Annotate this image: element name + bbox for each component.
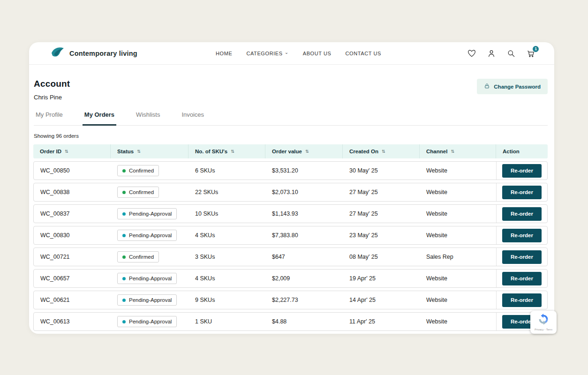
- created-on-cell: 23 May' 25: [343, 232, 420, 239]
- action-cell: Re-order: [496, 248, 547, 266]
- nav-home-label: HOME: [216, 51, 232, 56]
- nav-item-contact-us[interactable]: CONTACT US: [346, 51, 382, 56]
- tab-my-orders[interactable]: My Orders: [83, 111, 116, 126]
- status-header-label: Status: [117, 149, 134, 154]
- order-id-cell: WC_00850: [34, 167, 111, 174]
- channel-cell: Website: [420, 210, 496, 217]
- nav-contact-label: CONTACT US: [346, 51, 382, 56]
- channel-cell: Website: [420, 232, 496, 239]
- status-cell: Confirmed: [111, 187, 188, 198]
- action-cell: Re-order: [496, 205, 547, 223]
- status-label: Pending-Approval: [129, 297, 172, 303]
- column-header-status: Status ⇅: [110, 144, 188, 158]
- reorder-button[interactable]: Re-order: [502, 293, 542, 307]
- column-header-channel: Channel ⇅: [419, 144, 496, 158]
- recaptcha-caption[interactable]: Privacy - Term: [535, 328, 552, 331]
- status-badge: Pending-Approval: [117, 316, 177, 327]
- page-title: Account: [34, 79, 70, 89]
- sort-icon[interactable]: ⇅: [231, 149, 234, 154]
- tab-invoices[interactable]: Invoices: [180, 111, 206, 126]
- skus-cell: 6 SKUs: [188, 167, 265, 174]
- top-navigation-bar: Contemporary living HOME CATEGORIES ⌄ AB…: [29, 42, 554, 65]
- column-header-skus: No. of SKU's ⇅: [188, 144, 265, 158]
- sort-icon[interactable]: ⇅: [65, 149, 68, 154]
- nav-about-label: ABOUT US: [303, 51, 332, 56]
- brand[interactable]: Contemporary living: [51, 46, 137, 60]
- account-person-icon[interactable]: [487, 49, 496, 58]
- nav-item-categories[interactable]: CATEGORIES ⌄: [246, 51, 288, 56]
- order-id-cell: WC_00721: [34, 254, 111, 260]
- channel-cell: Website: [420, 189, 496, 195]
- lock-icon: [484, 83, 490, 90]
- order-value-cell: $1,143.93: [265, 210, 343, 217]
- tab-wishlists[interactable]: Wishlists: [134, 111, 162, 126]
- order-value-cell: $2,009: [265, 275, 343, 282]
- order-value-header-label: Order value: [272, 149, 302, 154]
- nav-item-home[interactable]: HOME: [216, 51, 232, 56]
- order-value-cell: $7,383.80: [265, 232, 343, 239]
- orders-table-header: Order ID ⇅ Status ⇅ No. of SKU's ⇅ Order…: [33, 144, 548, 158]
- order-id-header-label: Order ID: [40, 149, 61, 154]
- sort-icon[interactable]: ⇅: [305, 149, 309, 154]
- status-label: Pending-Approval: [129, 211, 172, 217]
- action-cell: Re-order: [496, 226, 547, 244]
- order-value-cell: $4.88: [265, 318, 343, 325]
- table-row: WC_00621 Pending-Approval 9 SKUs $2,227.…: [33, 291, 548, 309]
- status-cell: Pending-Approval: [111, 316, 188, 327]
- nav-item-about-us[interactable]: ABOUT US: [303, 51, 332, 56]
- nav-categories-label: CATEGORIES: [246, 51, 282, 56]
- status-dot-icon: [122, 191, 126, 194]
- status-label: Pending-Approval: [129, 319, 172, 324]
- channel-cell: Website: [420, 167, 496, 174]
- table-row: WC_00838 Confirmed 22 SKUs $2,073.10 27 …: [33, 183, 548, 202]
- table-row: WC_00830 Pending-Approval 4 SKUs $7,383.…: [33, 226, 548, 245]
- channel-cell: Website: [420, 318, 496, 325]
- created-on-cell: 19 Apr' 25: [343, 275, 420, 282]
- skus-cell: 3 SKUs: [188, 254, 265, 260]
- change-password-button[interactable]: Change Password: [477, 79, 548, 94]
- action-header-label: Action: [503, 149, 520, 154]
- reorder-button[interactable]: Re-order: [502, 250, 542, 264]
- channel-cell: Website: [420, 275, 496, 282]
- tab-my-profile[interactable]: My Profile: [34, 111, 65, 126]
- order-id-cell: WC_00838: [34, 189, 111, 195]
- status-badge: Confirmed: [117, 165, 159, 176]
- sort-icon[interactable]: ⇅: [137, 149, 141, 154]
- reorder-button[interactable]: Re-order: [502, 229, 542, 242]
- cart-icon[interactable]: 1: [526, 49, 535, 58]
- status-dot-icon: [122, 255, 126, 259]
- recaptcha-badge[interactable]: Privacy - Term: [530, 311, 557, 334]
- skus-header-label: No. of SKU's: [195, 149, 227, 154]
- created-on-cell: 11 Apr' 25: [343, 318, 420, 325]
- status-cell: Confirmed: [111, 251, 188, 262]
- wishlist-heart-icon[interactable]: [467, 49, 476, 58]
- table-row: WC_00721 Confirmed 3 SKUs $647 08 May' 2…: [33, 248, 548, 266]
- status-label: Pending-Approval: [129, 276, 172, 281]
- search-icon[interactable]: [506, 49, 516, 58]
- reorder-button[interactable]: Re-order: [502, 164, 542, 178]
- status-cell: Confirmed: [111, 165, 188, 176]
- orders-table: Order ID ⇅ Status ⇅ No. of SKU's ⇅ Order…: [33, 144, 548, 331]
- status-badge: Confirmed: [117, 251, 159, 262]
- brand-logo-icon: [51, 46, 65, 60]
- account-user-name: Chris Pine: [34, 94, 70, 101]
- status-badge: Pending-Approval: [117, 230, 177, 241]
- reorder-button[interactable]: Re-order: [502, 186, 542, 199]
- column-header-created-on: Created On ⇅: [342, 144, 419, 158]
- created-on-cell: 14 Apr' 25: [343, 297, 420, 303]
- table-row: WC_00613 Pending-Approval 1 SKU $4.88 11…: [33, 312, 548, 331]
- order-id-cell: WC_00657: [34, 275, 111, 282]
- created-on-cell: 27 May' 25: [343, 210, 420, 217]
- reorder-button[interactable]: Re-order: [502, 272, 542, 285]
- status-label: Pending-Approval: [129, 232, 172, 238]
- table-row: WC_00837 Pending-Approval 10 SKUs $1,143…: [33, 204, 548, 223]
- skus-cell: 4 SKUs: [188, 232, 265, 239]
- sort-icon[interactable]: ⇅: [451, 149, 454, 154]
- sort-icon[interactable]: ⇅: [382, 149, 385, 154]
- table-row: WC_00850 Confirmed 6 SKUs $3,531.20 30 M…: [33, 161, 548, 180]
- action-cell: Re-order: [496, 162, 547, 180]
- skus-cell: 22 SKUs: [188, 189, 265, 195]
- status-badge: Confirmed: [117, 187, 159, 198]
- reorder-button[interactable]: Re-order: [502, 207, 542, 221]
- skus-cell: 10 SKUs: [188, 210, 265, 217]
